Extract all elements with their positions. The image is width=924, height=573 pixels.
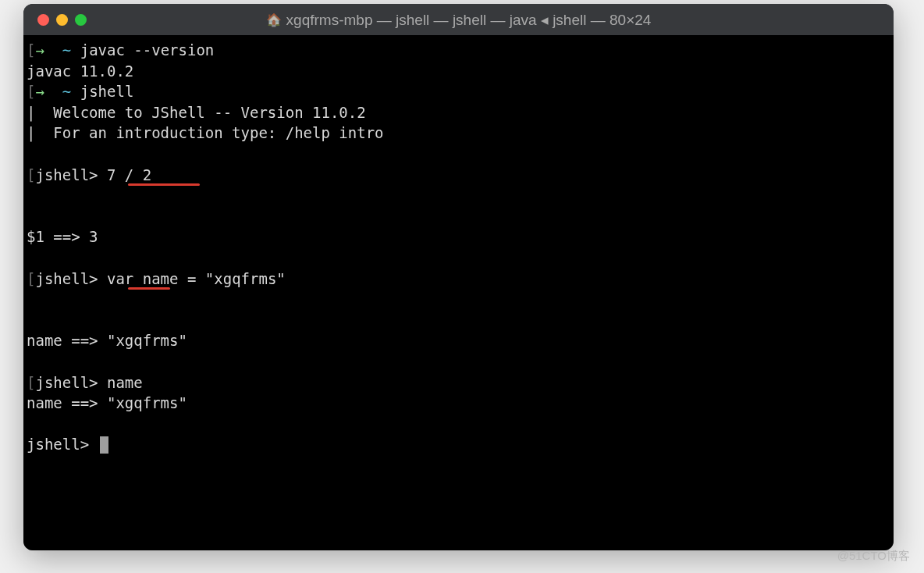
window-title: 🏠 xgqfrms-mbp — jshell — jshell — java ◂… (23, 11, 894, 29)
annotation-underline (128, 287, 170, 290)
terminal-line (27, 144, 890, 165)
annotation-underline (128, 183, 200, 186)
home-icon: 🏠 (266, 12, 282, 27)
terminal-line: [jshell> var name = "xgqfrms" (27, 269, 890, 331)
terminal-line: $1 ==> 3 (27, 226, 890, 247)
terminal-line (27, 414, 890, 435)
title-bar[interactable]: 🏠 xgqfrms-mbp — jshell — jshell — java ◂… (23, 4, 894, 35)
terminal-line: | For an introduction type: /help intro (27, 123, 890, 144)
window-title-text: xgqfrms-mbp — jshell — jshell — java ◂ j… (286, 11, 652, 29)
terminal-line (27, 247, 890, 269)
terminal-line: javac 11.0.2 (27, 61, 890, 82)
terminal-line (27, 351, 890, 372)
terminal-line: jshell> (27, 434, 890, 455)
terminal-line: name ==> "xgqfrms" (27, 330, 890, 351)
terminal-line: name ==> "xgqfrms" (27, 393, 890, 414)
terminal-window: 🏠 xgqfrms-mbp — jshell — jshell — java ◂… (23, 4, 894, 550)
terminal-line: | Welcome to JShell -- Version 11.0.2 (27, 102, 890, 123)
terminal-line: [→ ~ javac --version (27, 40, 890, 61)
terminal-body[interactable]: [→ ~ javac --version javac 11.0.2 [→ ~ j… (23, 35, 894, 550)
terminal-line: [jshell> name (27, 372, 890, 393)
watermark: @51CTO博客 (837, 549, 910, 564)
terminal-line: [→ ~ jshell (27, 81, 890, 102)
terminal-line: [jshell> 7 / 2 (27, 165, 890, 227)
cursor (100, 436, 108, 454)
